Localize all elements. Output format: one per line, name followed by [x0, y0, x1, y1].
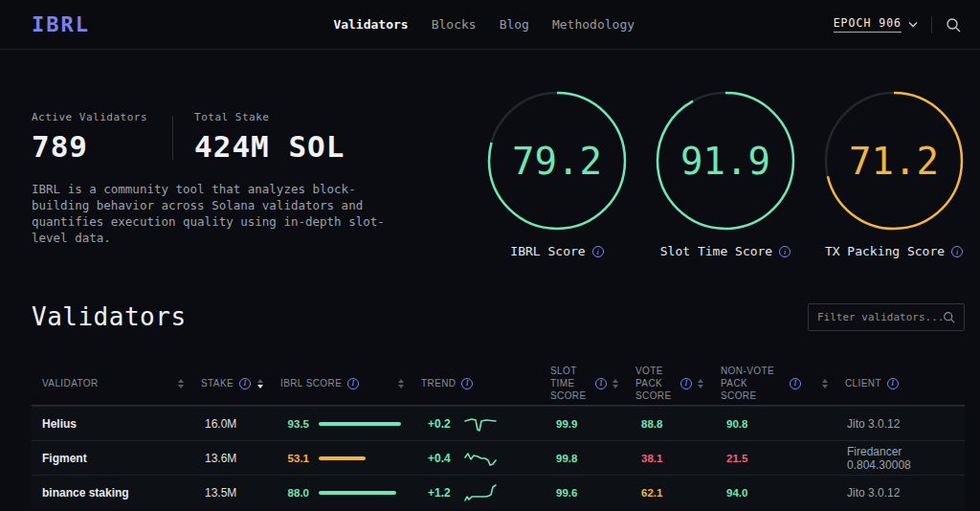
- info-icon[interactable]: [790, 378, 801, 389]
- main-nav: Validators Blocks Blog Methodology: [333, 17, 635, 32]
- gauge-ibrl-score: 79.2 IBRL Score: [486, 90, 628, 258]
- stat-label: Total Stake: [194, 111, 345, 123]
- info-icon[interactable]: [239, 378, 251, 389]
- non-vote-pack-score: 21.5: [721, 453, 845, 464]
- nav-link-blocks[interactable]: Blocks: [432, 17, 477, 32]
- sort-icon: [698, 379, 703, 389]
- stake-value: 16.0M: [201, 417, 280, 431]
- column-header-validator[interactable]: VALIDATOR: [42, 377, 201, 389]
- trend-cell: +0.2: [421, 413, 550, 434]
- gauge-label: IBRL Score: [510, 244, 585, 258]
- vote-pack-score: 88.8: [635, 418, 721, 430]
- sort-icon: [822, 379, 828, 389]
- column-header-stake[interactable]: STAKE: [201, 377, 280, 389]
- stats: Active Validators 789 Total Stake 424M S…: [32, 111, 395, 164]
- trend-sparkline: [464, 482, 497, 503]
- column-header-slot-time-score[interactable]: SLOT TIME SCORE: [550, 365, 635, 402]
- non-vote-pack-score: 90.8: [721, 418, 845, 430]
- gauge-value: 71.2: [823, 90, 965, 232]
- validators-header: Validators: [32, 302, 965, 331]
- sort-icon: [612, 379, 618, 389]
- nav-link-methodology[interactable]: Methodology: [552, 17, 635, 32]
- epoch-label: EPOCH 906: [834, 16, 902, 33]
- ibrl-score-cell: 53.1: [280, 453, 421, 464]
- table-row[interactable]: Figment 13.6M 53.1 +0.4 99.8 38.1 21.5 F…: [32, 440, 965, 475]
- stat-label: Active Validators: [32, 111, 147, 123]
- info-icon[interactable]: [461, 378, 473, 389]
- vote-pack-score: 38.1: [635, 453, 721, 464]
- column-header-client[interactable]: CLIENT: [845, 377, 965, 389]
- epoch-selector[interactable]: EPOCH 906: [834, 16, 918, 33]
- ibrl-score-bar: [319, 491, 396, 495]
- trend-value: +0.4: [428, 452, 455, 465]
- ibrl-score-bar: [319, 422, 401, 426]
- ibrl-score-value: 88.0: [280, 487, 309, 499]
- sort-icon: [178, 379, 184, 389]
- stat-value: 424M SOL: [194, 129, 345, 164]
- app-description: IBRL is a community tool that analyzes b…: [32, 181, 395, 246]
- table-row[interactable]: binance staking 13.5M 88.0 +1.2 99.6 62.…: [32, 475, 965, 509]
- app-logo[interactable]: IBRL: [32, 12, 90, 36]
- ibrl-score-value: 93.5: [280, 418, 309, 430]
- nav-link-blog[interactable]: Blog: [500, 17, 529, 32]
- search-button[interactable]: [946, 17, 961, 33]
- stat-divider: [172, 116, 173, 160]
- info-icon[interactable]: [595, 378, 607, 389]
- trend-cell: +1.2: [421, 482, 550, 503]
- sort-icon: [398, 379, 404, 389]
- filter-validators-input[interactable]: [817, 311, 943, 323]
- ibrl-score-cell: 93.5: [280, 418, 421, 430]
- non-vote-pack-score: 94.0: [721, 487, 845, 499]
- filter-search-icon: [943, 311, 955, 323]
- validator-name: Helius: [42, 417, 201, 431]
- validators-table: VALIDATOR STAKE IBRL SCORE TREND SLOT TI…: [32, 362, 965, 509]
- stat-value: 789: [32, 129, 147, 164]
- gauge-value: 91.9: [655, 90, 796, 232]
- trend-value: +1.2: [428, 486, 455, 500]
- gauge-tx-packing-score: 71.2 TX Packing Score: [823, 90, 965, 258]
- trend-cell: +0.4: [421, 448, 550, 469]
- gauge-value: 79.2: [486, 90, 628, 232]
- score-gauges: 79.2 IBRL Score 91.9 Slot Time Score: [486, 90, 965, 258]
- hero-section: Active Validators 789 Total Stake 424M S…: [0, 50, 980, 258]
- slot-time-score: 99.9: [550, 418, 635, 430]
- slot-time-score: 99.6: [550, 487, 635, 499]
- column-header-vote-pack-score[interactable]: VOTE PACK SCORE: [635, 365, 721, 402]
- stat-total-stake: Total Stake 424M SOL: [194, 111, 345, 164]
- stake-value: 13.5M: [201, 486, 280, 500]
- table-row[interactable]: Helius 16.0M 93.5 +0.2 99.9 88.8 90.8 Ji…: [32, 406, 965, 440]
- stake-value: 13.6M: [201, 452, 280, 465]
- info-icon[interactable]: [951, 246, 963, 257]
- slot-time-score: 99.8: [550, 453, 635, 464]
- nav-link-validators[interactable]: Validators: [333, 17, 408, 32]
- trend-sparkline: [464, 413, 497, 434]
- ibrl-score-cell: 88.0: [280, 487, 421, 499]
- ibrl-score-bar: [319, 456, 366, 460]
- column-header-non-vote-pack-score[interactable]: NON-VOTE PACK SCORE: [721, 365, 845, 402]
- info-icon[interactable]: [680, 378, 692, 389]
- table-header-row: VALIDATOR STAKE IBRL SCORE TREND SLOT TI…: [32, 362, 965, 406]
- info-icon[interactable]: [592, 246, 604, 257]
- column-header-ibrl-score[interactable]: IBRL SCORE: [280, 377, 421, 389]
- validator-name: binance staking: [42, 486, 201, 500]
- section-title: Validators: [32, 302, 187, 331]
- filter-box: [808, 303, 965, 331]
- sort-icon: [257, 379, 263, 389]
- ibrl-score-value: 53.1: [280, 453, 309, 464]
- gauge-slot-time-score: 91.9 Slot Time Score: [655, 90, 796, 258]
- column-header-trend[interactable]: TREND: [421, 377, 550, 389]
- client-version: Jito 3.0.12: [845, 417, 965, 431]
- info-icon[interactable]: [347, 378, 359, 389]
- trend-sparkline: [464, 448, 497, 469]
- info-icon[interactable]: [779, 246, 791, 257]
- search-icon: [946, 17, 961, 33]
- chevron-down-icon: [908, 21, 918, 28]
- top-nav: IBRL Validators Blocks Blog Methodology …: [0, 0, 980, 50]
- info-icon[interactable]: [887, 378, 899, 389]
- gauge-label: Slot Time Score: [660, 244, 772, 258]
- stat-active-validators: Active Validators 789: [32, 111, 147, 164]
- gauge-label: TX Packing Score: [825, 244, 945, 258]
- vote-pack-score: 62.1: [635, 487, 721, 499]
- client-version: Jito 3.0.12: [845, 486, 965, 500]
- nav-divider: [931, 16, 932, 33]
